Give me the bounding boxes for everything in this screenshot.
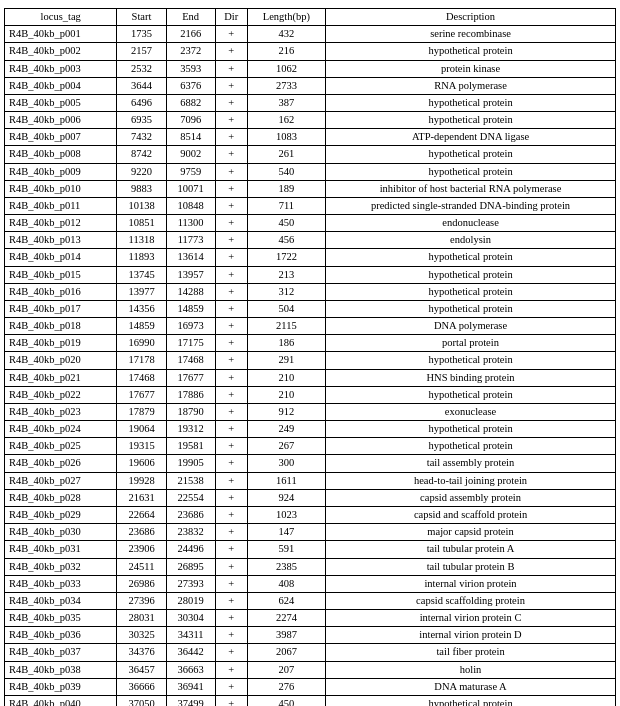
- data-cell: 36941: [166, 678, 215, 695]
- data-cell: 17879: [117, 403, 166, 420]
- locus-tag-cell: R4B_40kb_p017: [5, 300, 117, 317]
- table-row: R4B_40kb_p0221767717886+210hypothetical …: [5, 386, 616, 403]
- table-row: R4B_40kb_p0151374513957+213hypothetical …: [5, 266, 616, 283]
- data-cell: +: [215, 369, 247, 386]
- table-row: R4B_40kb_p0171435614859+504hypothetical …: [5, 300, 616, 317]
- data-cell: 2372: [166, 43, 215, 60]
- data-cell: +: [215, 610, 247, 627]
- description-cell: tail assembly protein: [326, 455, 616, 472]
- col-header-start: Start: [117, 9, 166, 26]
- col-header-dir: Dir: [215, 9, 247, 26]
- data-cell: 540: [247, 163, 325, 180]
- data-cell: +: [215, 77, 247, 94]
- data-cell: 408: [247, 575, 325, 592]
- data-cell: 2733: [247, 77, 325, 94]
- data-cell: +: [215, 215, 247, 232]
- data-cell: +: [215, 524, 247, 541]
- data-cell: +: [215, 403, 247, 420]
- table-row: R4B_40kb_p0393666636941+276DNA maturase …: [5, 678, 616, 695]
- data-cell: +: [215, 266, 247, 283]
- description-cell: internal virion protein C: [326, 610, 616, 627]
- data-cell: +: [215, 592, 247, 609]
- data-cell: 147: [247, 524, 325, 541]
- table-row: R4B_40kb_p0403705037499+450hypothetical …: [5, 695, 616, 706]
- description-cell: hypothetical protein: [326, 438, 616, 455]
- data-cell: 13745: [117, 266, 166, 283]
- locus-tag-cell: R4B_40kb_p032: [5, 558, 117, 575]
- data-cell: 36457: [117, 661, 166, 678]
- data-cell: 11318: [117, 232, 166, 249]
- data-cell: 30325: [117, 627, 166, 644]
- data-cell: 17178: [117, 352, 166, 369]
- table-row: R4B_40kb_p0231787918790+912exonuclease: [5, 403, 616, 420]
- data-cell: 10848: [166, 197, 215, 214]
- data-cell: 17468: [166, 352, 215, 369]
- table-row: R4B_40kb_p010988310071+189inhibitor of h…: [5, 180, 616, 197]
- description-cell: capsid and scaffold protein: [326, 506, 616, 523]
- data-cell: 1735: [117, 26, 166, 43]
- data-cell: 36666: [117, 678, 166, 695]
- data-cell: 2157: [117, 43, 166, 60]
- description-cell: hypothetical protein: [326, 352, 616, 369]
- data-cell: +: [215, 506, 247, 523]
- data-cell: 30304: [166, 610, 215, 627]
- data-cell: 19315: [117, 438, 166, 455]
- description-cell: serine recombinase: [326, 26, 616, 43]
- data-cell: 924: [247, 489, 325, 506]
- data-cell: 2532: [117, 60, 166, 77]
- data-cell: +: [215, 558, 247, 575]
- description-cell: hypothetical protein: [326, 300, 616, 317]
- data-cell: 27396: [117, 592, 166, 609]
- data-cell: 504: [247, 300, 325, 317]
- data-cell: +: [215, 163, 247, 180]
- data-cell: 28019: [166, 592, 215, 609]
- table-row: R4B_40kb_p0261960619905+300tail assembly…: [5, 455, 616, 472]
- locus-tag-cell: R4B_40kb_p030: [5, 524, 117, 541]
- description-cell: hypothetical protein: [326, 695, 616, 706]
- locus-tag-cell: R4B_40kb_p002: [5, 43, 117, 60]
- data-cell: 23686: [166, 506, 215, 523]
- table-row: R4B_40kb_p0342739628019+624capsid scaffo…: [5, 592, 616, 609]
- data-cell: 10138: [117, 197, 166, 214]
- data-cell: +: [215, 386, 247, 403]
- data-cell: 9759: [166, 163, 215, 180]
- description-cell: capsid scaffolding protein: [326, 592, 616, 609]
- data-cell: 23906: [117, 541, 166, 558]
- description-cell: major capsid protein: [326, 524, 616, 541]
- locus-tag-cell: R4B_40kb_p037: [5, 644, 117, 661]
- locus-tag-cell: R4B_40kb_p014: [5, 249, 117, 266]
- data-cell: +: [215, 197, 247, 214]
- data-cell: 291: [247, 352, 325, 369]
- table-row: R4B_40kb_p00669357096+162hypothetical pr…: [5, 112, 616, 129]
- table-row: R4B_40kb_p0282163122554+924capsid assemb…: [5, 489, 616, 506]
- data-cell: 13614: [166, 249, 215, 266]
- data-cell: 186: [247, 335, 325, 352]
- data-cell: 189: [247, 180, 325, 197]
- locus-tag-cell: R4B_40kb_p023: [5, 403, 117, 420]
- data-cell: 14859: [117, 318, 166, 335]
- table-row: R4B_40kb_p0251931519581+267hypothetical …: [5, 438, 616, 455]
- data-cell: 3593: [166, 60, 215, 77]
- data-cell: 14356: [117, 300, 166, 317]
- data-cell: 19606: [117, 455, 166, 472]
- description-cell: hypothetical protein: [326, 163, 616, 180]
- description-cell: DNA maturase A: [326, 678, 616, 695]
- locus-tag-cell: R4B_40kb_p022: [5, 386, 117, 403]
- data-cell: 23832: [166, 524, 215, 541]
- data-cell: +: [215, 489, 247, 506]
- data-cell: 21631: [117, 489, 166, 506]
- description-cell: HNS binding protein: [326, 369, 616, 386]
- data-cell: +: [215, 661, 247, 678]
- table-row: R4B_40kb_p0363032534311+3987internal vir…: [5, 627, 616, 644]
- description-cell: tail fiber protein: [326, 644, 616, 661]
- data-cell: 16973: [166, 318, 215, 335]
- description-cell: exonuclease: [326, 403, 616, 420]
- data-cell: 24496: [166, 541, 215, 558]
- locus-tag-cell: R4B_40kb_p004: [5, 77, 117, 94]
- data-cell: 22554: [166, 489, 215, 506]
- data-cell: 10851: [117, 215, 166, 232]
- locus-tag-cell: R4B_40kb_p040: [5, 695, 117, 706]
- data-cell: 300: [247, 455, 325, 472]
- data-cell: 912: [247, 403, 325, 420]
- data-cell: 13957: [166, 266, 215, 283]
